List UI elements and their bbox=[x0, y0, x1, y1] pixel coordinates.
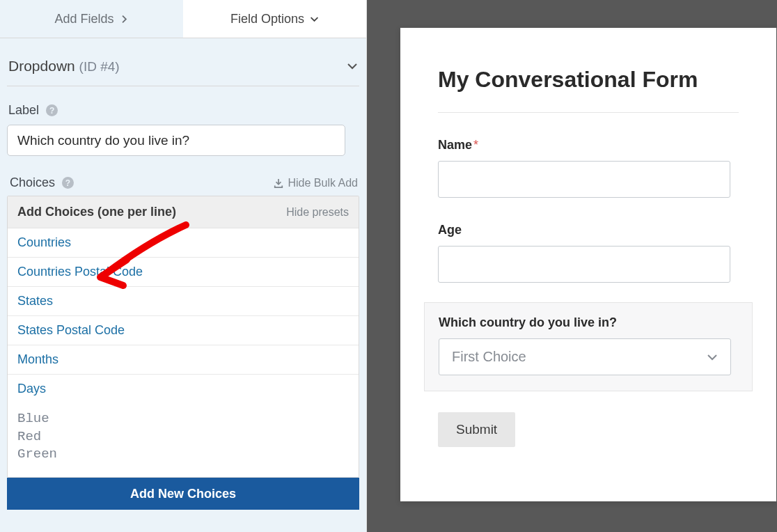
country-dropdown[interactable]: First Choice bbox=[439, 338, 731, 375]
preset-days[interactable]: Days bbox=[8, 375, 359, 403]
choices-header: Choices ? Hide Bulk Add bbox=[7, 175, 359, 190]
chevron-down-icon bbox=[347, 61, 358, 72]
add-choices-heading: Add Choices (one per line) bbox=[17, 205, 176, 219]
tab-label: Field Options bbox=[230, 12, 304, 26]
tab-field-options[interactable]: Field Options bbox=[183, 0, 366, 38]
choices-box: Add Choices (one per line) Hide presets … bbox=[7, 196, 359, 478]
section-title: Dropdown (ID #4) bbox=[8, 58, 120, 75]
panel-tabs: Add Fields Field Options bbox=[0, 0, 366, 38]
choices-textarea[interactable] bbox=[8, 403, 359, 474]
form-preview: My Conversational Form Name* Age Which c… bbox=[400, 28, 776, 501]
form-title: My Conversational Form bbox=[438, 67, 739, 93]
name-label: Name* bbox=[438, 138, 739, 152]
submit-button[interactable]: Submit bbox=[438, 412, 515, 447]
choices-title-row: Add Choices (one per line) Hide presets bbox=[8, 196, 359, 228]
tab-label: Add Fields bbox=[54, 12, 113, 26]
add-new-choices-button[interactable]: Add New Choices bbox=[7, 478, 359, 510]
label-field-row: Label ? bbox=[7, 86, 359, 156]
preset-months[interactable]: Months bbox=[8, 345, 359, 375]
preset-states[interactable]: States bbox=[8, 287, 359, 316]
section-title-text: Dropdown bbox=[8, 58, 75, 74]
form-preview-area: My Conversational Form Name* Age Which c… bbox=[367, 0, 777, 532]
preset-states-postal-code[interactable]: States Postal Code bbox=[8, 316, 359, 345]
name-input[interactable] bbox=[438, 161, 730, 198]
chevron-right-icon bbox=[120, 15, 129, 24]
name-field: Name* bbox=[438, 138, 739, 198]
chevron-down-icon bbox=[707, 352, 718, 363]
country-field-wrap[interactable]: Which country do you live in? First Choi… bbox=[424, 302, 753, 391]
divider bbox=[438, 112, 739, 113]
age-field: Age bbox=[438, 223, 739, 283]
choices-heading: Choices ? bbox=[8, 175, 74, 190]
preset-countries-postal-code[interactable]: Countries Postal Code bbox=[8, 258, 359, 287]
country-label: Which country do you live in? bbox=[439, 315, 738, 330]
section-dropdown-header[interactable]: Dropdown (ID #4) bbox=[7, 38, 359, 86]
choices-heading-text: Choices bbox=[10, 175, 55, 190]
dropdown-value: First Choice bbox=[452, 349, 526, 365]
preset-countries[interactable]: Countries bbox=[8, 228, 359, 258]
chevron-down-icon bbox=[310, 15, 319, 24]
download-icon bbox=[274, 178, 283, 188]
age-input[interactable] bbox=[438, 246, 730, 283]
label-input[interactable] bbox=[7, 125, 345, 156]
label-heading-text: Label bbox=[8, 103, 39, 118]
hide-bulk-add-link[interactable]: Hide Bulk Add bbox=[274, 177, 358, 189]
hide-bulk-text: Hide Bulk Add bbox=[288, 177, 358, 189]
hide-presets-link[interactable]: Hide presets bbox=[286, 206, 349, 219]
required-mark: * bbox=[473, 138, 478, 152]
field-options-panel: Add Fields Field Options Dropdown (ID #4… bbox=[0, 0, 367, 532]
section-id: (ID #4) bbox=[79, 59, 120, 74]
age-label: Age bbox=[438, 223, 739, 237]
tab-add-fields[interactable]: Add Fields bbox=[0, 0, 183, 38]
help-icon[interactable]: ? bbox=[46, 104, 58, 116]
label-heading: Label ? bbox=[7, 103, 359, 118]
help-icon[interactable]: ? bbox=[62, 177, 74, 189]
panel-body: Dropdown (ID #4) Label ? Choices ? Hide … bbox=[0, 38, 366, 532]
name-label-text: Name bbox=[438, 138, 472, 152]
